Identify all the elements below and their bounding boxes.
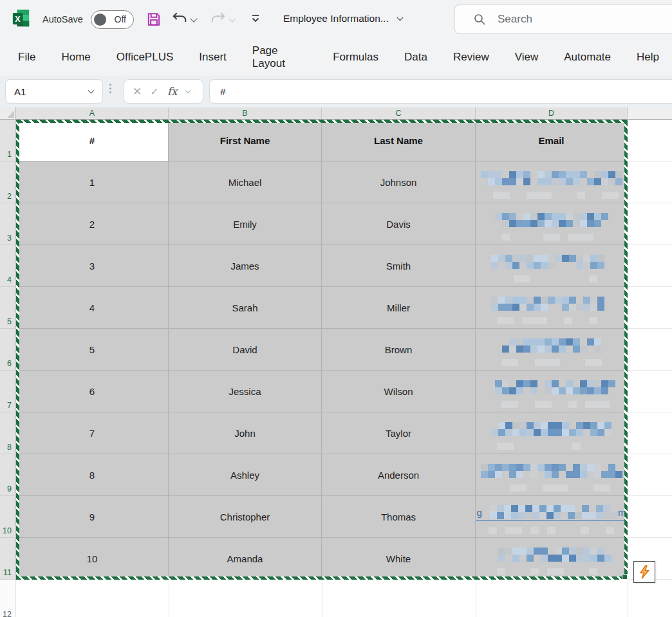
header-last-name[interactable]: Last Name: [322, 120, 476, 161]
cell-number[interactable]: 5: [16, 329, 169, 371]
search-box[interactable]: Search: [454, 5, 672, 34]
menu-tab[interactable]: Review: [440, 51, 502, 64]
cell-last-name[interactable]: Thomas: [322, 496, 476, 538]
column-header[interactable]: C: [322, 107, 476, 120]
cell-email-redacted[interactable]: [476, 454, 628, 496]
cell-first-name[interactable]: David: [169, 329, 322, 371]
undo-button[interactable]: [171, 10, 196, 27]
cell-email-redacted[interactable]: g m: [476, 496, 628, 538]
cell-number[interactable]: 3: [16, 245, 169, 287]
menu-tab[interactable]: File: [5, 51, 48, 64]
cell-number[interactable]: 10: [16, 538, 169, 580]
name-box[interactable]: A1: [5, 79, 103, 104]
cell-number[interactable]: 7: [16, 412, 169, 454]
cell-last-name[interactable]: Miller: [322, 287, 476, 329]
row-header[interactable]: 11: [0, 538, 16, 580]
cell-email-redacted[interactable]: [476, 287, 628, 329]
cell-email-redacted[interactable]: [476, 245, 628, 287]
row-header[interactable]: 12: [0, 580, 16, 617]
undo-dropdown-chevron-icon[interactable]: [190, 15, 197, 22]
cell-number[interactable]: 1: [16, 161, 169, 203]
header-email[interactable]: Email: [476, 120, 628, 161]
cell-first-name[interactable]: Amanda: [169, 538, 322, 580]
cell-number[interactable]: 8: [16, 454, 169, 496]
cell-email-redacted[interactable]: [476, 371, 628, 412]
cell-last-name[interactable]: Brown: [322, 329, 476, 371]
formula-bar: A1 ✕ ✓ fx #: [0, 76, 672, 107]
workbook-title[interactable]: Employee Information...: [283, 13, 402, 24]
row-header[interactable]: 10: [0, 496, 16, 538]
redaction-echo: [497, 443, 606, 450]
cell-first-name[interactable]: Christopher: [169, 496, 322, 538]
cell-last-name[interactable]: Davis: [322, 203, 476, 245]
menu-tab[interactable]: Home: [48, 51, 103, 64]
cell-first-name[interactable]: John: [169, 412, 322, 454]
cell-last-name[interactable]: White: [322, 538, 476, 580]
redo-button-disabled[interactable]: [210, 10, 235, 27]
cell-last-name[interactable]: Smith: [322, 245, 476, 287]
cell-first-name[interactable]: Jessica: [169, 371, 322, 412]
quick-analysis-button[interactable]: [633, 561, 655, 583]
cell-last-name[interactable]: Taylor: [322, 412, 476, 454]
row-header[interactable]: 8: [0, 412, 16, 454]
autosave-toggle[interactable]: Off: [91, 10, 134, 29]
cell-email-redacted[interactable]: [476, 412, 628, 454]
pixelated-redaction: [491, 255, 611, 269]
row-header[interactable]: 3: [0, 203, 16, 245]
cell-last-name[interactable]: Johnson: [322, 161, 476, 203]
fx-chevron-icon[interactable]: [185, 87, 190, 93]
row-header[interactable]: 2: [0, 161, 16, 203]
cell-number[interactable]: 2: [16, 203, 169, 245]
cell-email-redacted[interactable]: [476, 161, 628, 203]
redacted-email: [490, 255, 613, 282]
menu-tab[interactable]: Data: [391, 51, 440, 64]
redo-icon: [210, 10, 227, 27]
save-icon[interactable]: [145, 11, 162, 28]
menu-tab[interactable]: Page Layout: [239, 44, 320, 70]
cell-first-name[interactable]: James: [169, 245, 322, 287]
enter-icon[interactable]: ✓: [150, 86, 158, 98]
formula-bar-handle[interactable]: [109, 82, 111, 95]
empty-cells-bottom[interactable]: [16, 580, 672, 617]
name-box-chevron-icon[interactable]: [88, 87, 95, 94]
row-header[interactable]: 5: [0, 287, 16, 329]
empty-cells-right[interactable]: [628, 120, 672, 580]
formula-input[interactable]: #: [209, 79, 672, 104]
table-row: 5 David Brown: [16, 329, 628, 371]
menu-tab[interactable]: View: [502, 51, 552, 64]
cell-last-name[interactable]: Wilson: [322, 371, 476, 412]
cell-first-name[interactable]: Michael: [169, 161, 322, 203]
menu-tab[interactable]: OfficePLUS: [104, 51, 187, 64]
column-header[interactable]: D: [476, 107, 628, 120]
cell-first-name[interactable]: Sarah: [169, 287, 322, 329]
row-header[interactable]: 6: [0, 329, 16, 371]
menu-tab[interactable]: Automate: [551, 51, 624, 64]
menu-tab[interactable]: Help: [624, 51, 672, 64]
header-first-name[interactable]: First Name: [169, 120, 322, 161]
cell-number[interactable]: 6: [16, 371, 169, 412]
cancel-icon[interactable]: ✕: [133, 85, 142, 98]
cell-last-name[interactable]: Anderson: [322, 454, 476, 496]
column-header[interactable]: A: [16, 107, 169, 120]
row-header[interactable]: 1: [0, 120, 16, 161]
row-header[interactable]: 4: [0, 245, 16, 287]
row-header[interactable]: 9: [0, 454, 16, 496]
cell-email-redacted[interactable]: [476, 538, 628, 580]
cell-email-redacted[interactable]: [476, 329, 628, 371]
cell-first-name[interactable]: Emily: [169, 203, 322, 245]
quick-access-toolbar-more-icon[interactable]: [250, 14, 261, 24]
select-all-corner[interactable]: [0, 107, 16, 120]
cell-first-name[interactable]: Ashley: [169, 454, 322, 496]
row-header[interactable]: 7: [0, 371, 16, 412]
menu-tab[interactable]: Insert: [186, 51, 239, 64]
column-header[interactable]: B: [169, 107, 322, 120]
cell-email-redacted[interactable]: [476, 203, 628, 245]
pixelated-redaction: [483, 505, 617, 519]
cell-number[interactable]: 4: [16, 287, 169, 329]
insert-function-icon[interactable]: fx: [167, 85, 178, 98]
cell-number[interactable]: 9: [16, 496, 169, 538]
column-header-stub[interactable]: [628, 107, 672, 120]
redo-dropdown-chevron-icon: [229, 15, 236, 22]
menu-tab[interactable]: Formulas: [320, 51, 391, 64]
active-cell-a1[interactable]: #: [16, 120, 169, 161]
